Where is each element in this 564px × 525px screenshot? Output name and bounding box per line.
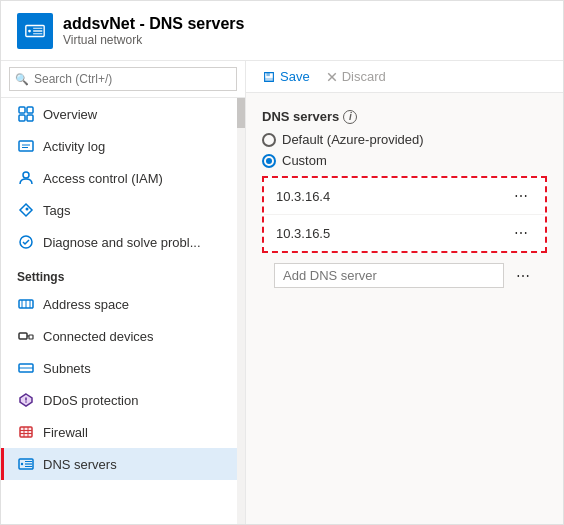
add-dns-row: ⋯: [262, 257, 547, 294]
svg-rect-9: [19, 141, 33, 151]
svg-rect-35: [266, 72, 270, 76]
svg-point-12: [23, 172, 29, 178]
dns-entry-2-menu[interactable]: ⋯: [510, 223, 533, 243]
save-button[interactable]: Save: [262, 69, 310, 84]
content-area: DNS servers i Default (Azure-provided) C…: [246, 93, 563, 524]
page-subtitle: Virtual network: [63, 33, 244, 47]
page-title: addsvNet - DNS servers: [63, 15, 244, 33]
sidebar-item-subnets[interactable]: Subnets: [1, 352, 245, 384]
sidebar-item-activity-log[interactable]: Activity log: [1, 130, 245, 162]
sidebar-item-ddos[interactable]: DDoS protection: [1, 384, 245, 416]
header: addsvNet - DNS servers Virtual network: [1, 1, 563, 61]
devices-icon: [17, 327, 35, 345]
search-icon: 🔍: [15, 73, 29, 86]
dns-entry-1-menu[interactable]: ⋯: [510, 186, 533, 206]
dns-entry-2: 10.3.16.5 ⋯: [264, 215, 545, 251]
body: 🔍 Overvie: [1, 61, 563, 524]
svg-rect-20: [29, 335, 33, 339]
subnets-icon: [17, 359, 35, 377]
svg-point-13: [26, 208, 29, 211]
sidebar-item-label: Tags: [43, 203, 70, 218]
scroll-thumb[interactable]: [237, 98, 245, 128]
sidebar-item-label: Firewall: [43, 425, 88, 440]
scrollbar[interactable]: [237, 98, 245, 524]
dns-ip-1: 10.3.16.4: [276, 189, 330, 204]
svg-point-24: [25, 401, 27, 403]
sidebar-item-label: Connected devices: [43, 329, 154, 344]
toolbar: Save Discard: [246, 61, 563, 93]
sidebar-item-firewall[interactable]: Firewall: [1, 416, 245, 448]
overview-icon: [17, 105, 35, 123]
svg-rect-8: [27, 115, 33, 121]
dns-entry-1: 10.3.16.4 ⋯: [264, 178, 545, 215]
search-box[interactable]: 🔍: [1, 61, 245, 98]
sidebar-item-tags[interactable]: Tags: [1, 194, 245, 226]
sidebar-item-label: Activity log: [43, 139, 105, 154]
header-text: addsvNet - DNS servers Virtual network: [63, 15, 244, 47]
ddos-icon: [17, 391, 35, 409]
custom-radio-label: Custom: [282, 153, 327, 168]
sidebar-item-label: Diagnose and solve probl...: [43, 235, 201, 250]
dns-section-title: DNS servers i: [262, 109, 547, 124]
svg-point-1: [28, 29, 31, 32]
sidebar-item-iam[interactable]: Access control (IAM): [1, 162, 245, 194]
default-radio[interactable]: [262, 133, 276, 147]
custom-radio-row[interactable]: Custom: [262, 153, 547, 168]
svg-rect-36: [265, 77, 274, 81]
main-content: Save Discard DNS servers i: [246, 61, 563, 524]
sidebar-item-label: Access control (IAM): [43, 171, 163, 186]
sidebar-item-label: DDoS protection: [43, 393, 138, 408]
sidebar-item-dns-servers[interactable]: DNS servers: [1, 448, 245, 480]
discard-label: Discard: [342, 69, 386, 84]
sidebar-item-address-space[interactable]: Address space: [1, 288, 245, 320]
sidebar-scroll: Overview Activity log: [1, 98, 245, 524]
sidebar-item-label: DNS servers: [43, 457, 117, 472]
tags-icon: [17, 201, 35, 219]
custom-radio[interactable]: [262, 154, 276, 168]
sidebar-item-diagnose[interactable]: Diagnose and solve probl...: [1, 226, 245, 258]
diagnose-icon: [17, 233, 35, 251]
sidebar-item-overview[interactable]: Overview: [1, 98, 245, 130]
default-radio-label: Default (Azure-provided): [282, 132, 424, 147]
svg-rect-6: [27, 107, 33, 113]
radio-group: Default (Azure-provided) Custom: [262, 132, 547, 168]
svg-rect-7: [19, 115, 25, 121]
save-label: Save: [280, 69, 310, 84]
sidebar-item-label: Overview: [43, 107, 97, 122]
sidebar-item-label: Address space: [43, 297, 129, 312]
dns-custom-box: 10.3.16.4 ⋯ 10.3.16.5 ⋯: [262, 176, 547, 253]
address-icon: [17, 295, 35, 313]
dns-icon: [17, 455, 35, 473]
add-dns-input[interactable]: [274, 263, 504, 288]
svg-rect-25: [20, 427, 32, 437]
sidebar-item-label: Subnets: [43, 361, 91, 376]
sidebar-item-connected-devices[interactable]: Connected devices: [1, 320, 245, 352]
window: addsvNet - DNS servers Virtual network 🔍: [0, 0, 564, 525]
app-icon: [17, 13, 53, 49]
add-dns-menu[interactable]: ⋯: [512, 266, 535, 286]
default-radio-row[interactable]: Default (Azure-provided): [262, 132, 547, 147]
iam-icon: [17, 169, 35, 187]
firewall-icon: [17, 423, 35, 441]
svg-rect-19: [19, 333, 27, 339]
discard-button[interactable]: Discard: [326, 69, 386, 84]
sidebar: 🔍 Overvie: [1, 61, 246, 524]
settings-section-label: Settings: [1, 258, 245, 288]
info-icon[interactable]: i: [343, 110, 357, 124]
activity-icon: [17, 137, 35, 155]
svg-point-31: [21, 463, 23, 465]
svg-rect-5: [19, 107, 25, 113]
search-input[interactable]: [9, 67, 237, 91]
dns-ip-2: 10.3.16.5: [276, 226, 330, 241]
